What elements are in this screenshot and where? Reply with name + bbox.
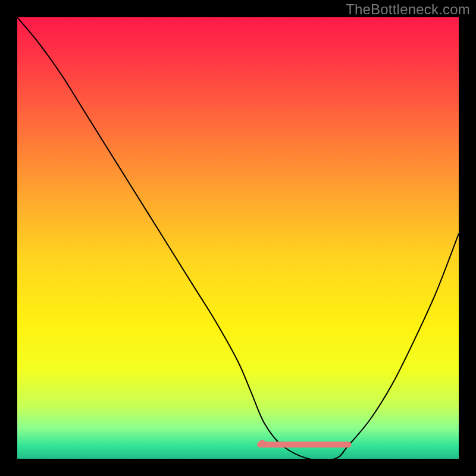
- chart-frame: TheBottleneck.com: [0, 0, 476, 476]
- watermark-text: TheBottleneck.com: [346, 1, 470, 18]
- plot-area: [17, 17, 459, 459]
- optimal-range-dot: [259, 440, 266, 447]
- chart-svg: [17, 17, 459, 459]
- gradient-background: [17, 17, 459, 459]
